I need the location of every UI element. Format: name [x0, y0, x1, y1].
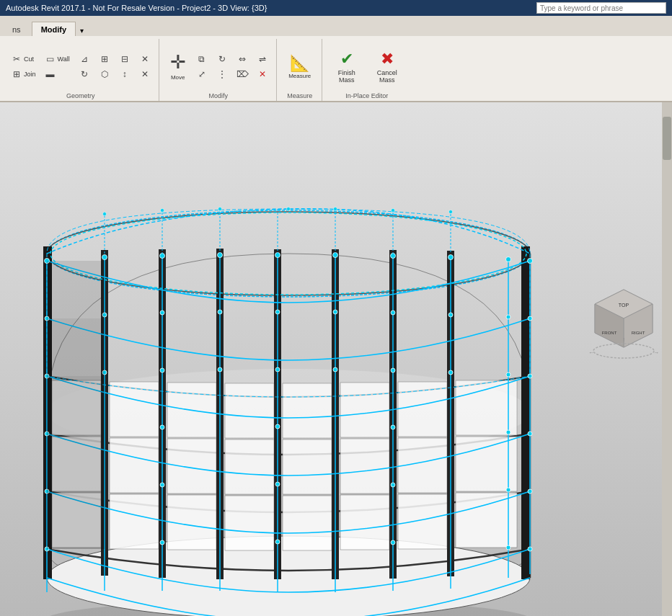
- svg-rect-36: [283, 439, 332, 494]
- array-button[interactable]: ⋮: [213, 67, 231, 81]
- svg-point-106: [528, 547, 532, 551]
- modify-extra-col: ⧉ ↻ ⇔ ⇌ ⤢ ⋮ ⌦ ✕: [193, 52, 272, 81]
- move-button[interactable]: ✛ Move: [165, 46, 191, 86]
- checkmark-icon: ✔: [340, 50, 353, 68]
- geometry-label: Geometry: [66, 92, 95, 101]
- svg-point-76: [448, 313, 453, 317]
- trim-button[interactable]: ⌦: [233, 67, 252, 81]
- svg-point-78: [528, 316, 532, 321]
- svg-rect-46: [398, 382, 447, 437]
- cancel-mass-button[interactable]: ✖ CancelMass: [370, 47, 404, 87]
- svg-point-117: [287, 207, 291, 211]
- svg-point-97: [275, 482, 280, 486]
- finish-mass-button[interactable]: ✔ FinishMass: [330, 47, 364, 87]
- trim-icon: ⌦: [236, 69, 248, 79]
- svg-point-84: [333, 367, 337, 372]
- svg-point-105: [506, 545, 510, 550]
- floor-button[interactable]: ▬: [41, 67, 74, 81]
- svg-point-98: [391, 483, 395, 487]
- cut-join-col: ✂ Cut ⊞ Join: [7, 52, 40, 81]
- copy-button[interactable]: ⧉: [193, 52, 211, 66]
- title-bar: Autodesk Revit 2017.1 - Not For Resale V…: [0, 0, 672, 16]
- tool-b1[interactable]: ↻: [75, 67, 94, 81]
- svg-rect-138: [663, 117, 671, 160]
- svg-point-94: [528, 432, 532, 436]
- wall-button[interactable]: ▭ Wall: [41, 52, 74, 66]
- svg-point-65: [391, 254, 396, 259]
- cut-button[interactable]: ✂ Cut: [7, 52, 40, 66]
- svg-point-67: [506, 257, 511, 262]
- inplace-label: In-Place Editor: [345, 92, 388, 101]
- svg-text:←: ←: [588, 349, 594, 356]
- offset-button[interactable]: ⇔: [233, 52, 252, 66]
- scale-button[interactable]: ⤢: [193, 67, 211, 81]
- tool-a3[interactable]: ⊟: [115, 52, 134, 66]
- svg-point-120: [449, 210, 453, 214]
- geometry-tools: ✂ Cut ⊞ Join ▭ Wall ▬: [7, 40, 154, 92]
- svg-rect-29: [340, 495, 389, 550]
- svg-point-114: [103, 213, 107, 216]
- tab-modify-dropdown[interactable]: ▾: [77, 25, 87, 36]
- rotate-icon: ↻: [216, 54, 228, 64]
- svg-point-85: [391, 368, 395, 372]
- tool-a4[interactable]: ✕: [136, 52, 154, 66]
- wall-tools-col: ▭ Wall ▬: [41, 52, 74, 81]
- measure-tools: 📐 Measure: [283, 40, 317, 92]
- svg-rect-45: [340, 383, 389, 437]
- app-title: Autodesk Revit 2017.1 - Not For Resale V…: [6, 4, 267, 12]
- svg-point-90: [160, 425, 164, 429]
- tool-b3[interactable]: ↕: [115, 67, 134, 81]
- delete-button[interactable]: ✕: [253, 67, 272, 81]
- svg-point-75: [391, 311, 395, 315]
- svg-text:TOP: TOP: [619, 303, 629, 308]
- svg-text:RIGHT: RIGHT: [632, 331, 645, 335]
- svg-rect-44: [283, 383, 332, 438]
- modify-move-group: ✛ Move ⧉ ↻ ⇔ ⇌ ⤢ ⋮ ⌦ ✕: [161, 39, 277, 101]
- search-bar[interactable]: [536, 2, 666, 14]
- svg-point-99: [506, 488, 510, 492]
- svg-point-91: [275, 424, 280, 429]
- svg-point-96: [160, 483, 164, 487]
- svg-point-86: [448, 370, 453, 375]
- measure-group: 📐 Measure Measure: [278, 39, 322, 101]
- svg-point-72: [218, 310, 222, 314]
- join-icon: ⊞: [11, 69, 22, 79]
- svg-point-66: [448, 255, 454, 260]
- svg-text:↑: ↑: [622, 336, 625, 343]
- svg-rect-34: [167, 439, 216, 494]
- tool-b4[interactable]: ✕: [136, 67, 154, 81]
- copy-icon: ⧉: [196, 54, 208, 64]
- measure-button[interactable]: 📐 Measure: [283, 46, 317, 86]
- ribbon-content: ✂ Cut ⊞ Join ▭ Wall ▬: [0, 36, 672, 101]
- tool-a2[interactable]: ⊞: [95, 52, 114, 66]
- more-tools-col: ⊿ ⊞ ⊟ ✕ ↻ ⬡ ↕ ✕: [75, 52, 154, 81]
- tab-modify[interactable]: Modify: [32, 22, 76, 36]
- svg-rect-25: [110, 494, 159, 549]
- svg-rect-37: [340, 439, 389, 494]
- svg-rect-35: [225, 439, 274, 494]
- svg-rect-27: [225, 496, 274, 550]
- svg-rect-43: [225, 383, 274, 438]
- svg-point-118: [334, 207, 337, 211]
- svg-point-74: [333, 310, 337, 314]
- svg-point-88: [528, 374, 532, 378]
- measure-icon: 📐: [290, 54, 309, 73]
- svg-text:→: →: [653, 349, 659, 356]
- search-input[interactable]: [536, 2, 666, 14]
- svg-point-71: [160, 311, 164, 315]
- tab-ns[interactable]: ns: [3, 22, 30, 36]
- viewport-3d[interactable]: TOP FRONT RIGHT ↑ ← →: [0, 102, 672, 616]
- rotate-button[interactable]: ↻: [213, 52, 231, 66]
- svg-point-68: [528, 259, 533, 264]
- cut-icon: ✂: [11, 54, 22, 64]
- svg-point-103: [275, 540, 280, 544]
- tool-b2[interactable]: ⬡: [95, 67, 114, 81]
- svg-point-92: [391, 425, 395, 429]
- svg-rect-33: [110, 438, 159, 493]
- mirror-button[interactable]: ⇌: [253, 52, 272, 66]
- mirror-icon: ⇌: [257, 54, 268, 64]
- join-button[interactable]: ⊞ Join: [7, 67, 40, 81]
- tool-a1[interactable]: ⊿: [75, 52, 94, 66]
- svg-point-82: [218, 367, 222, 372]
- ribbon-tab-bar: ns Modify ▾: [0, 16, 672, 36]
